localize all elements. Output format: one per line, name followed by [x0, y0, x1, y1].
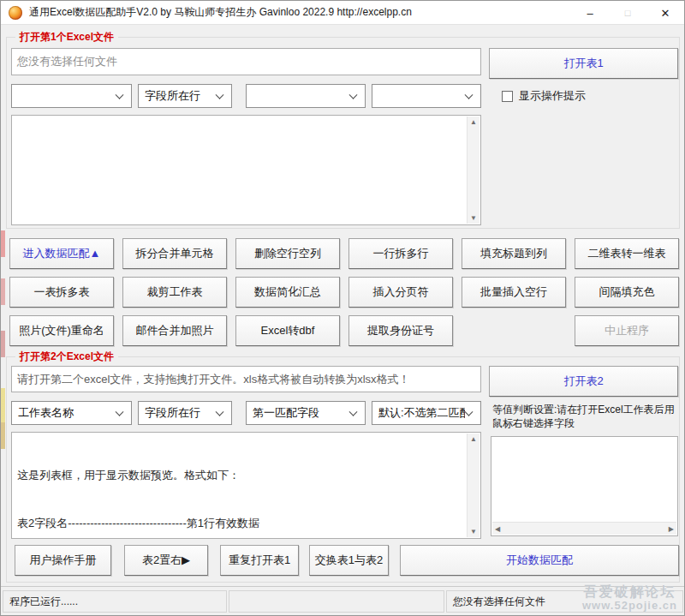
scroll-left-icon[interactable]: ◀: [495, 523, 500, 535]
group-1-label: 打开第1个Excel文件: [15, 30, 118, 45]
2d-to-1d-table-button[interactable]: 二维表转一维表: [575, 238, 679, 269]
abort-program-button: 中止程序: [575, 315, 679, 346]
match-field1-combo[interactable]: [246, 84, 366, 108]
close-button[interactable]: ✕: [646, 1, 684, 25]
field-row2-combo-value: 字段所在行: [145, 405, 200, 421]
chevron-down-icon: [116, 91, 124, 99]
delete-empty-rows-cols-button[interactable]: 删除空行空列: [235, 238, 340, 269]
app-window: 通用Excel数据匹配助手V2.0 by 马鞍山师专招生办 Gavinloo 2…: [0, 0, 685, 616]
photo-file-rename-button[interactable]: 照片(文件)重命名: [9, 315, 114, 346]
scroll-up-icon[interactable]: ▲: [468, 435, 480, 443]
field-row1-combo[interactable]: 字段所在行: [138, 84, 232, 108]
preview-line-1: 这是列表框，用于显示数据预览。格式如下：: [17, 468, 475, 484]
chevron-down-icon: [116, 408, 124, 416]
status-middle: [229, 590, 444, 613]
status-left: 程序已运行......: [3, 590, 227, 613]
first-match-field-combo-value: 第一匹配字段: [253, 405, 319, 421]
group-2-label: 打开第2个Excel文件: [15, 350, 118, 364]
second-match-field-combo[interactable]: 默认:不选第二匹配字: [372, 401, 481, 425]
show-tips-checkbox[interactable]: 显示操作提示: [502, 88, 586, 104]
first-match-field-combo[interactable]: 第一匹配字段: [246, 401, 366, 425]
sheet1-combo[interactable]: [11, 84, 132, 108]
field-row1-combo-value: 字段所在行: [145, 88, 200, 104]
user-manual-button[interactable]: 用户操作手册: [15, 545, 111, 576]
chevron-down-icon: [216, 408, 224, 416]
app-icon: [9, 6, 22, 20]
insert-page-break-button[interactable]: 插入分页符: [348, 277, 453, 308]
forum-watermark-name: 吾爱破解论坛: [582, 584, 677, 600]
file1-path-box[interactable]: 您没有选择任何文件: [11, 48, 481, 75]
tool-button-grid: 进入数据匹配▲ 拆分合并单元格 删除空行空列 一行拆多行 填充标题到列 二维表转…: [9, 238, 679, 346]
preview-list-2[interactable]: 这是列表框，用于显示数据预览。格式如下： 表2字段名--------------…: [11, 432, 481, 539]
forum-watermark: 吾爱破解论坛 www.52pojie.cn: [582, 584, 677, 613]
window-title: 通用Excel数据匹配助手V2.0 by 马鞍山师专招生办 Gavinloo 2…: [29, 5, 412, 20]
scroll-down-icon[interactable]: ▼: [468, 528, 480, 535]
crop-worksheet-button[interactable]: 裁剪工作表: [122, 277, 227, 308]
sheet2-name-combo[interactable]: 工作表名称: [11, 401, 132, 425]
excel-to-dbf-button[interactable]: Excel转dbf: [235, 315, 340, 346]
one-table-to-many-button[interactable]: 一表拆多表: [9, 277, 114, 308]
forum-watermark-url: www.52pojie.cn: [582, 600, 677, 613]
open-table1-button[interactable]: 打开表1: [489, 48, 678, 79]
start-data-match-button[interactable]: 开始数据匹配: [400, 545, 679, 576]
fill-title-to-column-button[interactable]: 填充标题到列: [462, 238, 566, 269]
swap-table1-table2-button[interactable]: 交换表1与表2: [309, 545, 389, 576]
show-tips-label: 显示操作提示: [519, 88, 586, 104]
extract-id-number-button[interactable]: 提取身份证号: [348, 315, 453, 346]
enter-data-match-button[interactable]: 进入数据匹配▲: [9, 238, 114, 269]
equal-judge-hint: 等值判断设置:请在打开Excel工作表后用鼠标右键选择字段: [492, 403, 679, 430]
chevron-down-icon: [465, 91, 474, 99]
one-row-to-many-button[interactable]: 一行拆多行: [348, 238, 453, 269]
reopen-table1-button[interactable]: 重复打开表1: [220, 545, 299, 576]
chevron-down-icon: [349, 408, 358, 416]
batch-insert-rows-button[interactable]: 批量插入空行: [462, 277, 566, 308]
preview-line-2: 表2字段名--------------------------------第1行…: [17, 516, 475, 532]
chevron-down-icon: [349, 91, 358, 99]
titlebar: 通用Excel数据匹配助手V2.0 by 马鞍山师专招生办 Gavinloo 2…: [1, 1, 684, 25]
second-match-field-combo-value: 默认:不选第二匹配字: [378, 405, 465, 421]
scroll-right-icon[interactable]: ▶: [669, 523, 674, 535]
preview-list-1[interactable]: ▲ ▼: [11, 115, 481, 225]
sheet2-name-combo-value: 工作表名称: [18, 405, 74, 421]
scroll-down-icon[interactable]: ▼: [468, 214, 480, 222]
vertical-scrollbar[interactable]: ▲ ▼: [467, 117, 480, 224]
open-table2-button[interactable]: 打开表2: [489, 366, 678, 397]
file2-path-box[interactable]: 请打开第二个excel文件，支持拖拽打开文件。xls格式将被自动转换为xlsx格…: [11, 366, 481, 392]
split-merged-cells-button[interactable]: 拆分合并单元格: [122, 238, 227, 269]
checkbox-box[interactable]: [502, 91, 513, 102]
maximize-button[interactable]: □: [609, 1, 646, 25]
horizontal-scrollbar[interactable]: ◀ ▶: [492, 522, 676, 535]
window-controls: – □ ✕: [571, 1, 684, 25]
scroll-up-icon[interactable]: ▲: [468, 118, 480, 126]
grid-spacer: [462, 315, 566, 346]
selected-fields-list[interactable]: ◀ ▶: [491, 436, 678, 536]
alternate-fill-color-button[interactable]: 间隔填充色: [575, 277, 679, 308]
chevron-down-icon: [216, 91, 224, 99]
table2-to-right-button[interactable]: 表2置右▶: [124, 545, 208, 576]
vertical-scrollbar[interactable]: ▲ ▼: [467, 434, 480, 537]
chevron-down-icon: [465, 408, 474, 416]
mail-merge-photo-button[interactable]: 邮件合并加照片: [122, 315, 227, 346]
minimize-button[interactable]: –: [571, 1, 609, 25]
field-row2-combo[interactable]: 字段所在行: [138, 401, 232, 425]
left-edge-watermark: [1, 230, 5, 449]
match-field1b-combo[interactable]: [372, 84, 481, 108]
data-simplify-summary-button[interactable]: 数据简化汇总: [235, 277, 340, 308]
